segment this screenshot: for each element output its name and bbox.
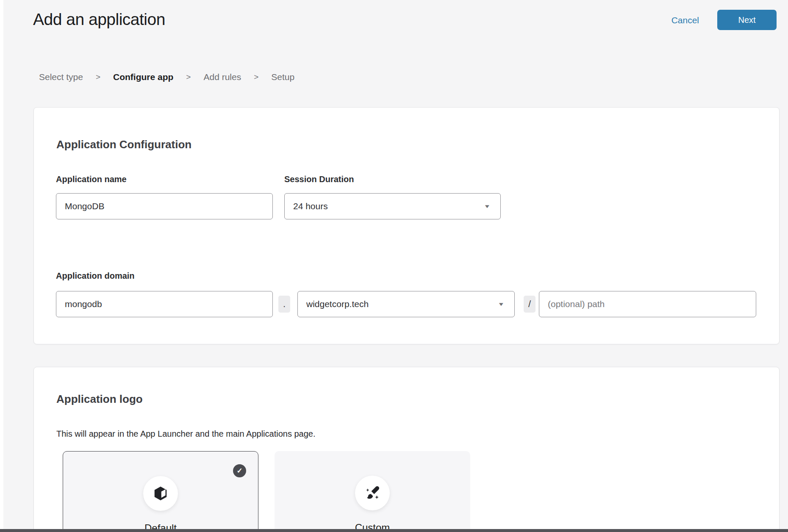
path-input[interactable] bbox=[539, 291, 756, 317]
dot-separator-chip: . bbox=[278, 296, 290, 313]
default-logo-circle bbox=[143, 476, 178, 511]
breadcrumb-separator: > bbox=[186, 72, 191, 82]
breadcrumb-separator: > bbox=[96, 72, 100, 82]
application-configuration-card: Application Configuration Application na… bbox=[33, 107, 780, 344]
paintbrush-icon bbox=[364, 485, 381, 502]
page-title: Add an application bbox=[33, 10, 165, 29]
cancel-button[interactable]: Cancel bbox=[671, 15, 699, 25]
logo-option-default[interactable]: ✓ Default bbox=[63, 451, 258, 532]
logo-heading: Application logo bbox=[56, 393, 143, 406]
breadcrumb-step-configure-app[interactable]: Configure app bbox=[113, 72, 173, 82]
session-duration-value: 24 hours bbox=[293, 201, 328, 211]
breadcrumb-step-select-type[interactable]: Select type bbox=[39, 72, 83, 82]
next-button[interactable]: Next bbox=[717, 10, 777, 30]
configuration-heading: Application Configuration bbox=[56, 138, 191, 151]
breadcrumb-step-add-rules[interactable]: Add rules bbox=[203, 72, 241, 82]
breadcrumb-step-setup[interactable]: Setup bbox=[271, 72, 294, 82]
domain-select[interactable]: widgetcorp.tech ▼ bbox=[297, 291, 515, 317]
chevron-down-icon: ▼ bbox=[498, 302, 505, 306]
domain-value: widgetcorp.tech bbox=[306, 299, 369, 309]
chevron-down-icon: ▼ bbox=[484, 204, 491, 208]
application-name-input[interactable] bbox=[56, 193, 273, 219]
session-duration-select[interactable]: 24 hours ▼ bbox=[284, 193, 501, 219]
logo-description: This will appear in the App Launcher and… bbox=[56, 429, 316, 439]
application-domain-label: Application domain bbox=[56, 271, 135, 281]
application-name-label: Application name bbox=[56, 175, 127, 184]
slash-separator-chip: / bbox=[524, 296, 536, 313]
selected-check-badge: ✓ bbox=[233, 464, 246, 477]
breadcrumb-separator: > bbox=[254, 72, 258, 82]
logo-option-custom[interactable]: Custom bbox=[275, 451, 470, 532]
custom-logo-circle bbox=[355, 476, 390, 510]
breadcrumb: Select type > Configure app > Add rules … bbox=[39, 72, 294, 82]
subdomain-input[interactable] bbox=[56, 291, 273, 317]
bottom-edge-bar bbox=[0, 529, 788, 532]
cube-icon bbox=[153, 485, 169, 502]
application-logo-card: Application logo This will appear in the… bbox=[33, 367, 780, 532]
left-edge-strip bbox=[0, 0, 3, 532]
check-icon: ✓ bbox=[236, 466, 242, 475]
session-duration-label: Session Duration bbox=[284, 175, 354, 184]
